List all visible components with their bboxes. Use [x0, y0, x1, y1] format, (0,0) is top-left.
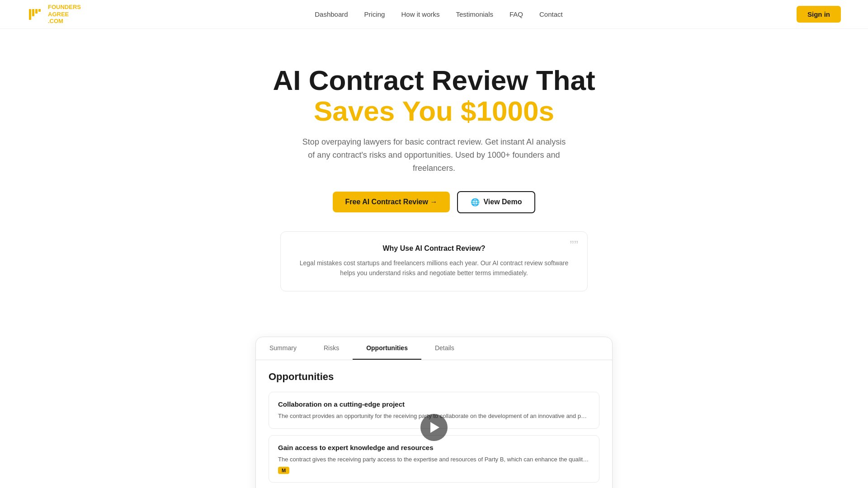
nav-contact[interactable]: Contact [539, 10, 563, 18]
tab-details[interactable]: Details [421, 337, 468, 360]
demo-section-title: Opportunities [269, 371, 599, 383]
svg-rect-3 [38, 9, 41, 12]
hero-buttons: Free AI Contract Review → 🌐 View Demo [333, 191, 536, 213]
demo-item-1: Gain access to expert knowledge and reso… [269, 435, 599, 483]
nav-pricing[interactable]: Pricing [364, 10, 385, 18]
demo-section: Summary Risks Opportunities Details Oppo… [0, 310, 868, 488]
globe-icon: 🌐 [471, 198, 480, 206]
logo[interactable]: FOUNDERS AGREE .COM [27, 4, 81, 25]
nav-how-it-works[interactable]: How it works [401, 10, 439, 18]
demo-tabs: Summary Risks Opportunities Details [256, 337, 612, 360]
cta-primary-button[interactable]: Free AI Contract Review → [333, 192, 450, 212]
demo-item-0-title: Collaboration on a cutting-edge project [278, 400, 590, 408]
nav-links: Dashboard Pricing How it works Testimoni… [315, 10, 563, 18]
tab-risks[interactable]: Risks [310, 337, 353, 360]
logo-text: FOUNDERS AGREE .COM [48, 4, 81, 25]
svg-rect-2 [35, 9, 38, 14]
play-button[interactable] [420, 414, 448, 441]
svg-rect-0 [29, 9, 31, 20]
demo-item-1-badge: M [278, 467, 289, 474]
demo-item-1-title: Gain access to expert knowledge and reso… [278, 444, 590, 451]
hero-subtitle: Stop overpaying lawyers for basic contra… [298, 136, 570, 174]
play-icon [430, 422, 439, 433]
svg-rect-1 [32, 9, 34, 16]
navbar: FOUNDERS AGREE .COM Dashboard Pricing Ho… [0, 0, 868, 29]
demo-card: Summary Risks Opportunities Details Oppo… [255, 337, 613, 488]
nav-dashboard[interactable]: Dashboard [315, 10, 348, 18]
quote-icon: ”” [570, 239, 578, 252]
demo-item-1-text: The contract gives the receiving party a… [278, 455, 590, 464]
logo-icon [27, 6, 43, 23]
signin-button[interactable]: Sign in [797, 6, 841, 23]
cta-secondary-button[interactable]: 🌐 View Demo [457, 191, 535, 213]
hero-title-highlight: Saves You $1000s [273, 96, 595, 127]
hero-title: AI Contract Review That Saves You $1000s [273, 65, 595, 127]
info-box-text: Legal mistakes cost startups and freelan… [299, 258, 569, 278]
nav-testimonials[interactable]: Testimonials [456, 10, 493, 18]
nav-faq[interactable]: FAQ [509, 10, 523, 18]
tab-opportunities[interactable]: Opportunities [353, 337, 421, 360]
hero-section: AI Contract Review That Saves You $1000s… [0, 29, 868, 310]
tab-summary[interactable]: Summary [256, 337, 310, 360]
info-box: ”” Why Use AI Contract Review? Legal mis… [280, 231, 588, 291]
info-box-title: Why Use AI Contract Review? [299, 244, 569, 253]
